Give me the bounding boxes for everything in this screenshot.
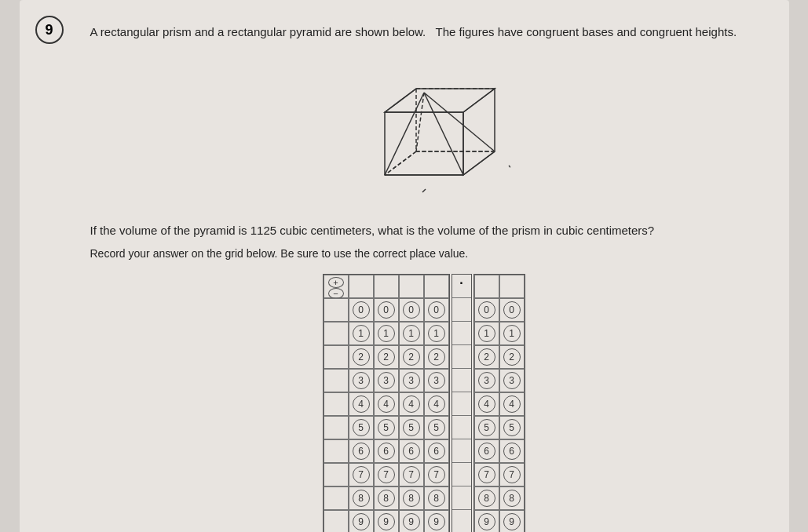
sign-5	[324, 416, 349, 439]
r8-c3[interactable]: 8	[399, 486, 424, 510]
svg-line-9	[424, 93, 463, 175]
rr5-c1[interactable]: 5	[474, 416, 499, 439]
rr1-c2[interactable]: 1	[499, 322, 525, 345]
rr9-c2[interactable]: 9	[499, 510, 525, 532]
dot-sep-8	[452, 486, 471, 510]
r8-c4[interactable]: 8	[424, 486, 449, 510]
r2-c4[interactable]: 2	[424, 345, 449, 369]
r0-c1[interactable]: 0	[349, 298, 374, 322]
rr6-c2[interactable]: 6	[499, 439, 525, 463]
plus-circle[interactable]: +	[328, 277, 344, 288]
followup-text: If the volume of the pyramid is 1125 cub…	[90, 222, 758, 240]
r5-c3[interactable]: 5	[399, 416, 424, 439]
r7-c2[interactable]: 7	[374, 463, 399, 486]
r6-c4[interactable]: 6	[424, 439, 449, 463]
r2-c1[interactable]: 2	[349, 345, 374, 369]
r4-c3[interactable]: 4	[399, 392, 424, 416]
rr2-c1[interactable]: 2	[474, 345, 499, 369]
digit-col-3-top	[399, 275, 424, 298]
rr7-c2[interactable]: 7	[499, 463, 525, 486]
question-text: A rectangular prism and a rectangular py…	[90, 24, 758, 42]
r4-c2[interactable]: 4	[374, 392, 399, 416]
r0-c4[interactable]: 0	[424, 298, 449, 322]
r2-c2[interactable]: 2	[374, 345, 399, 369]
r3-c2[interactable]: 3	[374, 369, 399, 392]
r7-c4[interactable]: 7	[424, 463, 449, 486]
svg-line-15	[385, 151, 416, 175]
digit-row-3: 3 3 3 3	[324, 369, 449, 392]
figure-container	[90, 49, 758, 206]
rr8-c2[interactable]: 8	[499, 486, 525, 510]
digit-col-1-top	[349, 275, 374, 298]
r5-c4[interactable]: 5	[424, 416, 449, 439]
r1-c4[interactable]: 1	[424, 322, 449, 345]
dot-sep-9	[452, 510, 471, 532]
rr5-c2[interactable]: 5	[499, 416, 525, 439]
dot-row: + −	[324, 275, 449, 298]
r5-c1[interactable]: 5	[349, 416, 374, 439]
rr0-c2[interactable]: 0	[499, 298, 525, 322]
page: 9 A rectangular prism and a rectangular …	[20, 0, 789, 532]
svg-marker-2	[463, 89, 495, 175]
r2-c3[interactable]: 2	[399, 345, 424, 369]
rt-c2	[499, 275, 525, 298]
dot-sep-4	[452, 392, 471, 416]
rr6-c1[interactable]: 6	[474, 439, 499, 463]
rr8-c1[interactable]: 8	[474, 486, 499, 510]
right-row-4: 4 4	[474, 392, 525, 416]
r1-c2[interactable]: 1	[374, 322, 399, 345]
r3-c4[interactable]: 3	[424, 369, 449, 392]
dot-sep-0	[452, 298, 471, 322]
sign-7	[324, 463, 349, 486]
dot-sep-3	[452, 369, 471, 392]
rr9-c1[interactable]: 9	[474, 510, 499, 532]
rr4-c1[interactable]: 4	[474, 392, 499, 416]
r3-c1[interactable]: 3	[349, 369, 374, 392]
question-text-part1: A rectangular prism and a rectangular py…	[90, 25, 426, 38]
svg-line-10	[424, 93, 495, 151]
r9-c1[interactable]: 9	[349, 510, 374, 532]
sign-9	[324, 510, 349, 532]
svg-line-3	[385, 89, 416, 112]
right-row-9: 9 9	[474, 510, 525, 532]
rt-c1	[474, 275, 499, 298]
r4-c4[interactable]: 4	[424, 392, 449, 416]
minus-circle[interactable]: −	[328, 288, 344, 299]
r7-c3[interactable]: 7	[399, 463, 424, 486]
decimal-dot: ·	[452, 275, 471, 298]
r6-c3[interactable]: 6	[399, 439, 424, 463]
r1-c3[interactable]: 1	[399, 322, 424, 345]
right-row-7: 7 7	[474, 463, 525, 486]
rr3-c1[interactable]: 3	[474, 369, 499, 392]
digit-row-5: 5 5 5 5	[324, 416, 449, 439]
rr1-c1[interactable]: 1	[474, 322, 499, 345]
digit-row-2: 2 2 2 2	[324, 345, 449, 369]
rr3-c2[interactable]: 3	[499, 369, 525, 392]
r0-c2[interactable]: 0	[374, 298, 399, 322]
r3-c3[interactable]: 3	[399, 369, 424, 392]
svg-line-8	[385, 93, 424, 175]
r6-c1[interactable]: 6	[349, 439, 374, 463]
r0-c3[interactable]: 0	[399, 298, 424, 322]
rr2-c2[interactable]: 2	[499, 345, 525, 369]
r8-c2[interactable]: 8	[374, 486, 399, 510]
rr7-c1[interactable]: 7	[474, 463, 499, 486]
question-text-part2: The figures have congruent bases and con…	[435, 25, 737, 38]
dot-separator: ·	[452, 274, 472, 532]
digit-col-4-top	[424, 275, 449, 298]
r8-c1[interactable]: 8	[349, 486, 374, 510]
r9-c2[interactable]: 9	[374, 510, 399, 532]
r5-c2[interactable]: 5	[374, 416, 399, 439]
rr0-c1[interactable]: 0	[474, 298, 499, 322]
rr4-c2[interactable]: 4	[499, 392, 525, 416]
grid-container: + − 0 0 0 0	[90, 274, 758, 532]
digit-row-1: 1 1 1 1	[324, 322, 449, 345]
r7-c1[interactable]: 7	[349, 463, 374, 486]
r1-c1[interactable]: 1	[349, 322, 374, 345]
r9-c4[interactable]: 9	[424, 510, 449, 532]
digit-col-2-top	[374, 275, 399, 298]
r9-c3[interactable]: 9	[399, 510, 424, 532]
r6-c2[interactable]: 6	[374, 439, 399, 463]
r4-c1[interactable]: 4	[349, 392, 374, 416]
content-area: A rectangular prism and a rectangular py…	[90, 24, 758, 532]
